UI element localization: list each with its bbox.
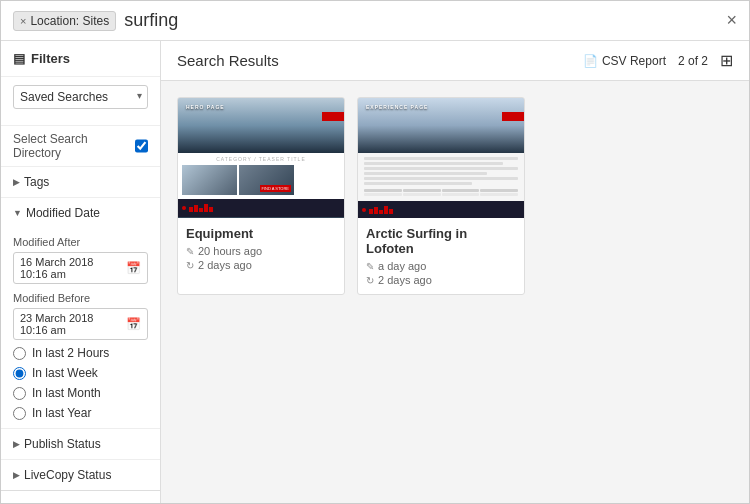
modified-before-input[interactable]: 23 March 2018 10:16 am 📅: [13, 308, 148, 340]
search-directory-row: Select Search Directory: [1, 125, 160, 166]
modified-date-chevron-icon: ▼: [13, 208, 22, 218]
card-info-arctic: Arctic Surfing in Lofoten ✎ a day ago ↻ …: [358, 218, 524, 294]
saved-searches-wrapper: Saved Searches: [13, 85, 148, 109]
main-header-right: 📄 CSV Report 2 of 2 ⊞: [583, 51, 733, 70]
radio-year-label: In last Year: [32, 406, 91, 420]
modified-before-value: 23 March 2018 10:16 am: [20, 312, 122, 336]
filters-label: Filters: [31, 51, 70, 66]
csv-report-label: CSV Report: [602, 54, 666, 68]
published-time-equipment: 2 days ago: [198, 259, 252, 271]
result-card-equipment[interactable]: HERO PAGE CATEGORY / TEASER TITLE FIND A…: [177, 97, 345, 295]
card-modified-equipment: ✎ 20 hours ago: [186, 245, 336, 257]
tags-header[interactable]: ▶ Tags: [1, 167, 160, 197]
radio-month-label: In last Month: [32, 386, 101, 400]
search-results-title: Search Results: [177, 52, 279, 69]
publish-status-section: ▶ Publish Status: [1, 428, 160, 459]
card-modified-arctic: ✎ a day ago: [366, 260, 516, 272]
publish-status-chevron-icon: ▶: [13, 439, 20, 449]
published-time-arctic: 2 days ago: [378, 274, 432, 286]
modified-date-header[interactable]: ▼ Modified Date: [1, 198, 160, 228]
tags-label: Tags: [24, 175, 49, 189]
search-directory-label: Select Search Directory: [13, 132, 135, 160]
publish-status-label: Publish Status: [24, 437, 101, 451]
csv-report-button[interactable]: 📄 CSV Report: [583, 54, 666, 68]
card-meta-equipment: ✎ 20 hours ago ↻ 2 days ago: [186, 245, 336, 271]
edit-icon: ✎: [186, 246, 194, 257]
grid-view-icon[interactable]: ⊞: [720, 51, 733, 70]
close-x-icon[interactable]: ×: [20, 15, 26, 27]
time-range-radio-group: In last 2 Hours In last Week In last Mon…: [13, 346, 148, 420]
radio-week[interactable]: In last Week: [13, 366, 148, 380]
card-thumbnail-equipment: HERO PAGE CATEGORY / TEASER TITLE FIND A…: [178, 98, 344, 218]
main-content: Search Results 📄 CSV Report 2 of 2 ⊞: [161, 41, 749, 503]
livecopy-chevron-icon: ▶: [13, 470, 20, 480]
radio-2hours[interactable]: In last 2 Hours: [13, 346, 148, 360]
card-thumbnail-arctic: EXPERIENCE PAGE: [358, 98, 524, 218]
sidebar-header: ▤ Filters: [1, 41, 160, 77]
tags-section: ▶ Tags: [1, 166, 160, 197]
calendar-before-icon[interactable]: 📅: [126, 317, 141, 331]
modified-after-value: 16 March 2018 10:16 am: [20, 256, 122, 280]
card-published-arctic: ↻ 2 days ago: [366, 274, 516, 286]
modified-time-equipment: 20 hours ago: [198, 245, 262, 257]
result-card-arctic[interactable]: EXPERIENCE PAGE: [357, 97, 525, 295]
saved-searches-section: Saved Searches: [1, 77, 160, 125]
livecopy-label: LiveCopy Status: [24, 468, 111, 482]
modified-after-label: Modified After: [13, 236, 148, 248]
radio-2hours-label: In last 2 Hours: [32, 346, 109, 360]
publish-icon: ↻: [186, 260, 194, 271]
radio-week-label: In last Week: [32, 366, 98, 380]
page-count: 2 of 2: [678, 54, 708, 68]
modal-header: × Location: Sites surfing ×: [1, 1, 749, 41]
livecopy-status-header[interactable]: ▶ LiveCopy Status: [1, 460, 160, 490]
filter-icon: ▤: [13, 51, 25, 66]
page-title: surfing: [124, 10, 726, 31]
saved-searches-select[interactable]: Saved Searches: [13, 85, 148, 109]
modified-date-section: ▼ Modified Date Modified After 16 March …: [1, 197, 160, 428]
card-title-equipment: Equipment: [186, 226, 336, 241]
modified-before-label: Modified Before: [13, 292, 148, 304]
modified-date-label: Modified Date: [26, 206, 100, 220]
card-meta-arctic: ✎ a day ago ↻ 2 days ago: [366, 260, 516, 286]
search-directory-checkbox[interactable]: [135, 139, 149, 153]
cancel-button[interactable]: Cancel: [1, 491, 160, 503]
calendar-after-icon[interactable]: 📅: [126, 261, 141, 275]
radio-year[interactable]: In last Year: [13, 406, 148, 420]
publish-status-header[interactable]: ▶ Publish Status: [1, 429, 160, 459]
tags-chevron-icon: ▶: [13, 177, 20, 187]
sidebar: ▤ Filters Saved Searches Select Search D…: [1, 41, 161, 503]
publish-icon-arctic: ↻: [366, 275, 374, 286]
sidebar-footer: Cancel 🔖 Save: [1, 490, 160, 503]
location-tag[interactable]: × Location: Sites: [13, 11, 116, 31]
csv-icon: 📄: [583, 54, 598, 68]
modified-time-arctic: a day ago: [378, 260, 426, 272]
card-info-equipment: Equipment ✎ 20 hours ago ↻ 2 days ago: [178, 218, 344, 279]
livecopy-status-section: ▶ LiveCopy Status: [1, 459, 160, 490]
radio-month[interactable]: In last Month: [13, 386, 148, 400]
location-label: Location: Sites: [30, 14, 109, 28]
main-header: Search Results 📄 CSV Report 2 of 2 ⊞: [161, 41, 749, 81]
modified-date-content: Modified After 16 March 2018 10:16 am 📅 …: [1, 228, 160, 428]
modal-container: × Location: Sites surfing × ▤ Filters Sa…: [0, 0, 750, 504]
modal-close-button[interactable]: ×: [726, 10, 737, 31]
card-published-equipment: ↻ 2 days ago: [186, 259, 336, 271]
card-title-arctic: Arctic Surfing in Lofoten: [366, 226, 516, 256]
results-grid: HERO PAGE CATEGORY / TEASER TITLE FIND A…: [161, 81, 749, 503]
modal-body: ▤ Filters Saved Searches Select Search D…: [1, 41, 749, 503]
edit-icon-arctic: ✎: [366, 261, 374, 272]
modified-after-input[interactable]: 16 March 2018 10:16 am 📅: [13, 252, 148, 284]
